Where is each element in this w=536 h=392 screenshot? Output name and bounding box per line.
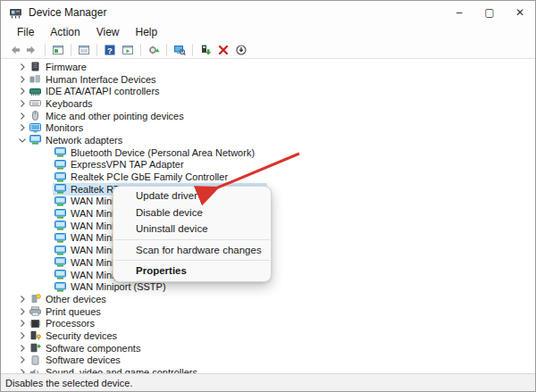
toolbar-separator — [45, 44, 46, 56]
tree-item[interactable]: Processors — [1, 317, 535, 329]
minimize-button[interactable]: – — [444, 1, 474, 24]
sw-dev-icon — [29, 355, 41, 365]
window-title: Device Manager — [29, 6, 106, 19]
device-manager-window: Device Manager – ▢ ✕ FileActionViewHelp … — [0, 0, 536, 392]
tree-item[interactable]: Monitors — [1, 121, 535, 134]
tree-item-label: WAN Miniport (SSTP) — [71, 281, 166, 292]
printer-icon — [29, 306, 41, 316]
context-menu: Update driverDisable deviceUninstall dev… — [113, 186, 272, 282]
tree-item[interactable]: Software components — [1, 342, 535, 354]
hid-icon — [29, 74, 41, 84]
menu-bar: FileActionViewHelp — [1, 24, 535, 41]
tree-item[interactable]: Human Interface Devices — [1, 73, 535, 86]
toolbar-separator — [140, 44, 141, 56]
tree-item[interactable]: Other devices — [1, 293, 535, 305]
menu-file[interactable]: File — [10, 25, 41, 40]
chevron-right-icon[interactable] — [17, 122, 28, 133]
export-list-icon[interactable] — [76, 42, 92, 57]
chevron-right-icon[interactable] — [17, 111, 28, 121]
chevron-right-icon[interactable] — [17, 318, 28, 329]
show-console-tree-icon[interactable] — [50, 42, 66, 57]
maximize-button[interactable]: ▢ — [474, 1, 505, 24]
processor-icon — [29, 319, 41, 329]
tree-item-label: IDE ATA/ATAPI controllers — [46, 86, 160, 96]
chevron-right-icon[interactable] — [17, 86, 28, 96]
network-icon — [54, 172, 66, 182]
close-button[interactable]: ✕ — [505, 1, 535, 24]
network-icon — [54, 196, 66, 206]
tree-item[interactable]: Firmware — [1, 61, 535, 73]
menu-item-uninstall-device[interactable]: Uninstall device — [113, 221, 271, 238]
uninstall-device-icon[interactable] — [215, 42, 231, 57]
tree-item[interactable]: Mice and other pointing devices — [1, 110, 535, 122]
chevron-right-icon[interactable] — [17, 330, 28, 341]
tree-item[interactable]: Realtek PCIe GbE Family Controller — [1, 171, 535, 183]
forward-icon[interactable] — [24, 42, 40, 57]
toolbar-separator — [71, 44, 71, 56]
toolbar: ? — [1, 41, 535, 59]
scan-hardware-changes-icon[interactable] — [146, 42, 162, 57]
toolbar-separator — [96, 44, 97, 56]
monitor-icon — [29, 123, 41, 133]
chevron-right-icon[interactable] — [17, 62, 28, 72]
help-icon[interactable]: ? — [102, 42, 118, 57]
tree-item-label: Human Interface Devices — [46, 74, 156, 85]
disable-device-icon[interactable] — [233, 42, 249, 57]
menu-item-update-driver[interactable]: Update driver — [113, 188, 271, 204]
sw-comp-icon — [29, 343, 41, 353]
menu-view[interactable]: View — [89, 25, 127, 40]
chevron-right-icon[interactable] — [17, 74, 28, 85]
chevron-right-icon[interactable] — [17, 343, 28, 354]
tree-item-label: Security devices — [46, 330, 117, 341]
tree-item[interactable]: WAN Miniport (SSTP) — [1, 280, 535, 293]
tree-item-label: Monitors — [46, 122, 83, 133]
sound-icon — [29, 368, 41, 373]
network-icon — [54, 233, 66, 243]
tree-item[interactable]: Security devices — [1, 329, 535, 342]
tree-item-label: ExpressVPN TAP Adapter — [71, 159, 184, 170]
tree-item-label: Mice and other pointing devices — [46, 111, 184, 121]
keyboard-icon — [29, 98, 41, 108]
network-icon — [54, 282, 66, 292]
network-icon — [54, 184, 66, 194]
menu-help[interactable]: Help — [129, 25, 165, 40]
tree-item-label: Sound, video and game controllers — [46, 367, 197, 373]
tree-item-label: Print queues — [46, 306, 101, 317]
menu-action[interactable]: Action — [43, 25, 87, 40]
update-driver-icon[interactable] — [197, 42, 214, 57]
action-pane-icon[interactable] — [120, 42, 136, 57]
tree-item[interactable]: Keyboards — [1, 97, 535, 110]
chevron-right-icon[interactable] — [17, 294, 28, 304]
tree-item-label: Other devices — [46, 294, 106, 304]
toolbar-separator — [166, 44, 167, 56]
mouse-icon — [29, 111, 41, 121]
tree-item[interactable]: Software devices — [1, 354, 535, 367]
tree-item[interactable]: Bluetooth Device (Personal Area Network) — [1, 146, 535, 159]
menu-item-scan-for-hardware-changes[interactable]: Scan for hardware changes — [113, 242, 271, 259]
chevron-right-icon[interactable] — [17, 354, 28, 365]
tree-item-label: Network adapters — [46, 135, 122, 146]
tree-item[interactable]: Print queues — [1, 305, 535, 318]
chevron-right-icon[interactable] — [17, 98, 28, 109]
tree-item-label: Keyboards — [46, 98, 93, 109]
back-icon[interactable] — [6, 42, 22, 57]
tree-item[interactable]: Sound, video and game controllers — [1, 366, 535, 373]
menu-item-disable-device[interactable]: Disable device — [113, 204, 271, 221]
tree-item[interactable]: ExpressVPN TAP Adapter — [1, 159, 535, 171]
search-computer-icon[interactable] — [172, 42, 188, 57]
other-icon — [29, 294, 41, 304]
chevron-right-icon[interactable] — [17, 367, 28, 373]
network-icon — [54, 270, 66, 279]
firmware-icon — [29, 62, 41, 71]
network-icon — [54, 209, 66, 219]
network-icon — [54, 147, 66, 157]
network-icon — [54, 221, 66, 230]
tree-item[interactable]: IDE ATA/ATAPI controllers — [1, 85, 535, 97]
network-icon — [54, 257, 66, 267]
menu-item-properties[interactable]: Properties — [113, 263, 271, 279]
chevron-right-icon[interactable] — [17, 306, 28, 317]
tree-item-label: Software components — [46, 343, 140, 354]
network-icon — [54, 246, 66, 255]
tree-item[interactable]: Network adapters — [1, 134, 535, 146]
chevron-down-icon[interactable] — [17, 135, 28, 146]
